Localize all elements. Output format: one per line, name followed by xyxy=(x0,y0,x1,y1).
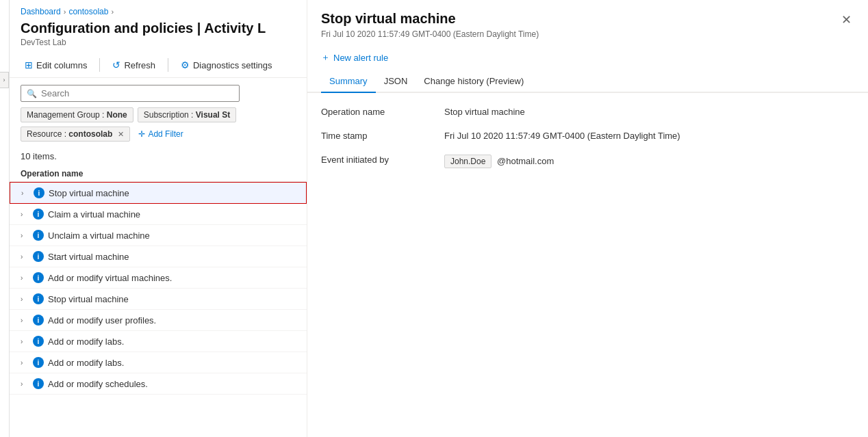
filter-tag-label: Subscription : Visual St xyxy=(144,110,231,120)
search-input[interactable] xyxy=(41,88,233,98)
filter-tag-resource: Resource : contosolab ✕ xyxy=(21,127,130,142)
columns-icon: ⊞ xyxy=(25,59,33,70)
add-filter-button[interactable]: ✛ Add Filter xyxy=(134,127,187,141)
chevron-icon: › xyxy=(21,359,29,367)
filter-tags: Management Group : None Subscription : V… xyxy=(21,107,296,142)
filter-tag-label: Resource : contosolab xyxy=(27,129,112,139)
toolbar-sep-1 xyxy=(99,58,100,72)
plus-icon: ＋ xyxy=(321,51,330,64)
table-row[interactable]: › i Add or modify labs. xyxy=(10,331,307,352)
operation-name-label: Stop virtual machine xyxy=(49,188,129,198)
table-row[interactable]: › i Claim a virtual machine xyxy=(10,204,307,225)
table-row[interactable]: › i Stop virtual machine xyxy=(10,289,307,310)
new-alert-label: New alert rule xyxy=(333,53,388,63)
user-badge: John.Doe xyxy=(444,155,492,168)
filter-tag-management-group: Management Group : None xyxy=(21,107,133,122)
chevron-icon: › xyxy=(21,274,29,282)
info-icon: i xyxy=(34,187,44,198)
table-row[interactable]: › i Add or modify labs. xyxy=(10,352,307,373)
info-icon: i xyxy=(33,336,44,347)
detail-actions: ＋ New alert rule xyxy=(307,44,868,70)
detail-field-row: Operation name Stop virtual machine xyxy=(321,107,854,117)
detail-field-value: John.Doe @hotmail.com xyxy=(444,155,854,168)
items-count: 10 items. xyxy=(10,148,307,165)
table-row[interactable]: › i Unclaim a virtual machine xyxy=(10,225,307,246)
info-icon: i xyxy=(33,378,44,389)
search-icon: 🔍 xyxy=(27,89,37,98)
info-icon: i xyxy=(33,293,44,304)
info-icon: i xyxy=(33,251,44,262)
detail-field-label: Event initiated by xyxy=(321,155,444,165)
operations-list: › i Stop virtual machine › i Claim a vir… xyxy=(10,182,307,437)
expand-icon: › xyxy=(3,77,5,83)
detail-field-row: Event initiated by John.Doe @hotmail.com xyxy=(321,155,854,168)
edit-columns-button[interactable]: ⊞ Edit columns xyxy=(21,57,91,73)
chevron-icon: › xyxy=(21,338,29,345)
detail-panel: Stop virtual machine Fri Jul 10 2020 11:… xyxy=(307,0,868,437)
detail-timestamp: Fri Jul 10 2020 11:57:49 GMT-0400 (Easte… xyxy=(321,29,539,39)
diagnostics-button[interactable]: ⚙ Diagnostics settings xyxy=(177,57,277,73)
info-icon: i xyxy=(33,209,44,220)
filter-tag-label: Management Group : None xyxy=(27,110,127,120)
chevron-icon: › xyxy=(21,189,29,197)
new-alert-rule-button[interactable]: ＋ New alert rule xyxy=(321,49,388,66)
operation-name-label: Start virtual machine xyxy=(48,252,129,262)
toolbar-sep-2 xyxy=(168,58,168,72)
table-row[interactable]: › i Add or modify user profiles. xyxy=(10,310,307,331)
table-row[interactable]: › i Start virtual machine xyxy=(10,246,307,267)
operation-name-label: Unclaim a virtual machine xyxy=(48,230,150,241)
table-row[interactable]: › i Stop virtual machine xyxy=(10,182,307,204)
detail-tab-json[interactable]: JSON xyxy=(376,70,416,93)
add-filter-label: Add Filter xyxy=(148,129,183,139)
info-icon: i xyxy=(33,272,44,283)
breadcrumb-contosolab[interactable]: contosolab xyxy=(68,7,108,16)
plus-icon: ✛ xyxy=(138,129,145,139)
table-row[interactable]: › i Add or modify schedules. xyxy=(10,373,307,395)
col-header-operation-name: Operation name xyxy=(21,169,83,178)
detail-field-label: Operation name xyxy=(321,107,444,117)
page-header: Configuration and policies | Activity L … xyxy=(10,19,307,53)
table-row[interactable]: › i Add or modify virtual machines. xyxy=(10,267,307,289)
user-email: @hotmail.com xyxy=(497,156,554,166)
operation-name-label: Add or modify user profiles. xyxy=(48,315,156,326)
chevron-icon: › xyxy=(21,211,29,218)
search-box: 🔍 xyxy=(21,85,240,102)
sidebar: › xyxy=(0,0,10,437)
breadcrumb-dashboard[interactable]: Dashboard xyxy=(21,7,61,16)
detail-header-text: Stop virtual machine Fri Jul 10 2020 11:… xyxy=(321,11,539,39)
operation-name-label: Claim a virtual machine xyxy=(48,209,140,220)
close-button[interactable]: ✕ xyxy=(839,11,854,29)
breadcrumb: Dashboard › contosolab › xyxy=(10,0,307,19)
chevron-icon: › xyxy=(21,232,29,239)
info-icon: i xyxy=(33,230,44,241)
edit-columns-label: Edit columns xyxy=(36,60,87,70)
remove-filter-resource[interactable]: ✕ xyxy=(118,130,124,139)
filter-area: 🔍 Management Group : None Subscription :… xyxy=(10,78,307,148)
refresh-button[interactable]: ↺ Refresh xyxy=(108,57,159,73)
page-title: Configuration and policies | Activity L xyxy=(21,21,296,36)
operation-name-label: Add or modify schedules. xyxy=(48,379,148,389)
chevron-icon: › xyxy=(21,317,29,324)
operation-name-label: Stop virtual machine xyxy=(48,294,129,304)
info-icon: i xyxy=(33,315,44,326)
detail-content: Operation name Stop virtual machine Time… xyxy=(307,93,868,196)
filter-tag-subscription: Subscription : Visual St xyxy=(138,107,237,122)
chevron-icon: › xyxy=(21,380,29,388)
page-subtitle: DevTest Lab xyxy=(21,38,296,47)
sidebar-toggle[interactable]: › xyxy=(0,72,9,88)
detail-header: Stop virtual machine Fri Jul 10 2020 11:… xyxy=(307,0,868,44)
detail-field-row: Time stamp Fri Jul 10 2020 11:57:49 GMT-… xyxy=(321,131,854,141)
detail-field-value: Fri Jul 10 2020 11:57:49 GMT-0400 (Easte… xyxy=(444,131,854,141)
refresh-label: Refresh xyxy=(124,60,155,70)
breadcrumb-sep-2: › xyxy=(111,8,114,16)
chevron-icon: › xyxy=(21,253,29,261)
toolbar: ⊞ Edit columns ↺ Refresh ⚙ Diagnostics s… xyxy=(10,53,307,78)
detail-field-value: Stop virtual machine xyxy=(444,107,854,117)
detail-title: Stop virtual machine xyxy=(321,11,539,27)
chevron-icon: › xyxy=(21,295,29,303)
info-icon: i xyxy=(33,357,44,368)
gear-icon: ⚙ xyxy=(181,59,190,70)
breadcrumb-sep-1: › xyxy=(64,8,66,16)
detail-tab-summary[interactable]: Summary xyxy=(321,70,376,93)
detail-tab-change-history-(preview)[interactable]: Change history (Preview) xyxy=(416,70,532,93)
